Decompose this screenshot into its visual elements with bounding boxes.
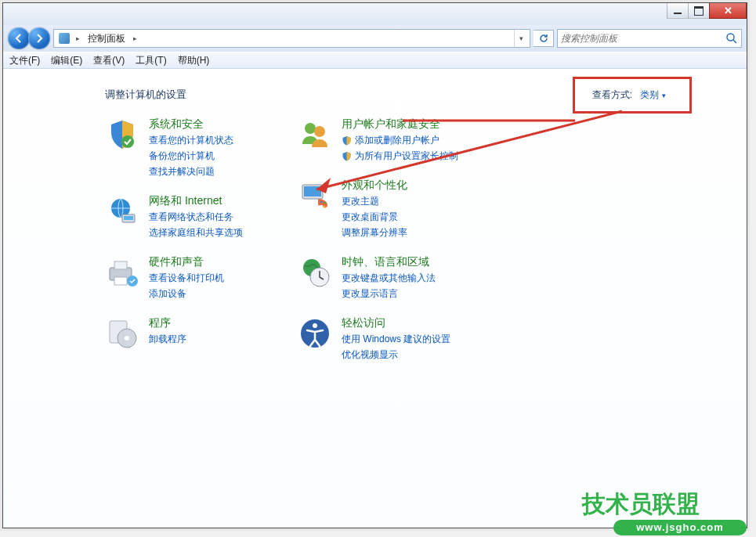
category-hardware: 硬件和声音 查看设备和打印机 添加设备 <box>105 255 243 301</box>
shield-icon <box>105 117 139 152</box>
category-link[interactable]: 调整屏幕分辨率 <box>342 226 407 240</box>
search-box[interactable] <box>557 29 742 48</box>
svg-point-16 <box>320 201 323 204</box>
clock-globe-icon <box>298 255 332 290</box>
category-link[interactable]: 查看您的计算机状态 <box>149 134 233 147</box>
menu-bar: 文件(F) 编辑(E) 查看(V) 工具(T) 帮助(H) <box>3 52 747 69</box>
category-title[interactable]: 外观和个性化 <box>342 178 407 193</box>
breadcrumb-sep-icon: ▸ <box>130 34 140 42</box>
svg-point-17 <box>324 202 327 204</box>
chevron-down-icon: ▾ <box>662 92 666 99</box>
category-link[interactable]: 添加设备 <box>149 287 224 301</box>
category-link[interactable]: 选择家庭组和共享选项 <box>149 226 243 240</box>
category-link[interactable]: 卸载程序 <box>149 333 186 346</box>
breadcrumb-item[interactable]: 控制面板 <box>83 32 130 45</box>
category-title[interactable]: 硬件和声音 <box>149 255 224 269</box>
minimize-button[interactable] <box>667 3 689 19</box>
category-appearance: 外观和个性化 更改主题 更改桌面背景 调整屏幕分辨率 <box>298 178 458 240</box>
svg-rect-6 <box>114 261 127 269</box>
category-link[interactable]: 更改键盘或其他输入法 <box>342 272 436 285</box>
arrow-right-icon <box>34 33 45 44</box>
control-panel-window: ✕ ▸ 控制面板 ▸ ▾ 文件(F) 编辑(E) <box>2 2 747 528</box>
search-input[interactable] <box>561 33 725 44</box>
titlebar: ✕ <box>3 3 747 25</box>
svg-point-11 <box>125 336 129 341</box>
category-title[interactable]: 程序 <box>149 316 186 330</box>
svg-point-13 <box>314 126 325 137</box>
category-link[interactable]: 添加或删除用户帐户 <box>342 134 458 147</box>
category-network: 网络和 Internet 查看网络状态和任务 选择家庭组和共享选项 <box>105 194 243 240</box>
category-link[interactable]: 使用 Windows 建议的设置 <box>342 333 450 346</box>
category-link[interactable]: 查看设备和打印机 <box>149 272 224 285</box>
breadcrumb-sep-icon: ▸ <box>73 34 83 42</box>
category-title[interactable]: 时钟、语言和区域 <box>342 255 436 269</box>
category-link[interactable]: 更改桌面背景 <box>342 211 407 224</box>
svg-point-18 <box>324 206 326 208</box>
viewby-label: 查看方式: <box>592 88 632 102</box>
content-area: 调整计算机的设置 查看方式: 类别 ▾ 系统和安全 查看您的计算机状态 备份您的 <box>3 69 747 528</box>
category-link[interactable]: 备份您的计算机 <box>149 150 233 163</box>
disc-box-icon <box>105 316 139 351</box>
uac-shield-icon <box>342 135 352 146</box>
menu-tools[interactable]: 工具(T) <box>136 54 166 67</box>
globe-network-icon <box>105 194 139 229</box>
category-system-security: 系统和安全 查看您的计算机状态 备份您的计算机 查找并解决问题 <box>105 117 243 178</box>
category-link[interactable]: 更改显示语言 <box>342 287 436 301</box>
menu-view[interactable]: 查看(V) <box>93 54 125 67</box>
nav-toolbar: ▸ 控制面板 ▸ ▾ <box>3 25 747 52</box>
category-title[interactable]: 网络和 Internet <box>149 194 243 208</box>
svg-point-0 <box>727 34 734 41</box>
category-title[interactable]: 系统和安全 <box>149 117 233 132</box>
viewby-highlight: 查看方式: 类别 ▾ <box>573 77 692 114</box>
close-button[interactable]: ✕ <box>709 3 747 19</box>
monitor-palette-icon <box>298 178 332 213</box>
control-panel-icon <box>57 31 71 45</box>
maximize-button[interactable] <box>688 3 710 19</box>
svg-rect-7 <box>114 277 127 285</box>
address-dropdown-button[interactable]: ▾ <box>514 30 528 47</box>
viewby-dropdown[interactable]: 类别 ▾ <box>640 88 666 102</box>
menu-file[interactable]: 文件(F) <box>9 54 40 67</box>
refresh-button[interactable] <box>534 30 554 47</box>
category-link[interactable]: 更改主题 <box>342 195 407 208</box>
users-icon <box>298 117 332 152</box>
svg-point-1 <box>121 135 134 148</box>
refresh-icon <box>538 33 549 44</box>
svg-rect-4 <box>124 216 133 220</box>
category-link[interactable]: 为所有用户设置家长控制 <box>342 150 458 163</box>
category-ease-of-access: 轻松访问 使用 Windows 建议的设置 优化视频显示 <box>298 316 458 362</box>
category-link[interactable]: 查找并解决问题 <box>149 165 233 178</box>
address-bar[interactable]: ▸ 控制面板 ▸ ▾ <box>53 29 530 48</box>
category-title[interactable]: 用户帐户和家庭安全 <box>342 117 458 132</box>
category-link[interactable]: 优化视频显示 <box>342 348 450 362</box>
svg-point-22 <box>313 323 317 328</box>
search-icon <box>725 32 738 45</box>
right-column: 用户帐户和家庭安全 添加或删除用户帐户 为所有用户设置家长控制 <box>298 117 458 362</box>
category-programs: 程序 卸载程序 <box>105 316 243 351</box>
category-link[interactable]: 查看网络状态和任务 <box>149 211 243 224</box>
menu-help[interactable]: 帮助(H) <box>178 54 210 67</box>
arrow-left-icon <box>13 33 24 44</box>
category-title[interactable]: 轻松访问 <box>342 316 450 330</box>
category-clock: 时钟、语言和区域 更改键盘或其他输入法 更改显示语言 <box>298 255 458 301</box>
back-button[interactable] <box>8 27 30 49</box>
svg-point-12 <box>305 123 316 134</box>
category-user-accounts: 用户帐户和家庭安全 添加或删除用户帐户 为所有用户设置家长控制 <box>298 117 458 163</box>
forward-button[interactable] <box>28 27 50 49</box>
left-column: 系统和安全 查看您的计算机状态 备份您的计算机 查找并解决问题 网络和 Inte… <box>105 117 243 362</box>
accessibility-icon <box>298 316 332 351</box>
menu-edit[interactable]: 编辑(E) <box>51 54 82 67</box>
printer-icon <box>105 255 139 290</box>
uac-shield-icon <box>342 151 352 161</box>
svg-rect-15 <box>304 186 321 196</box>
